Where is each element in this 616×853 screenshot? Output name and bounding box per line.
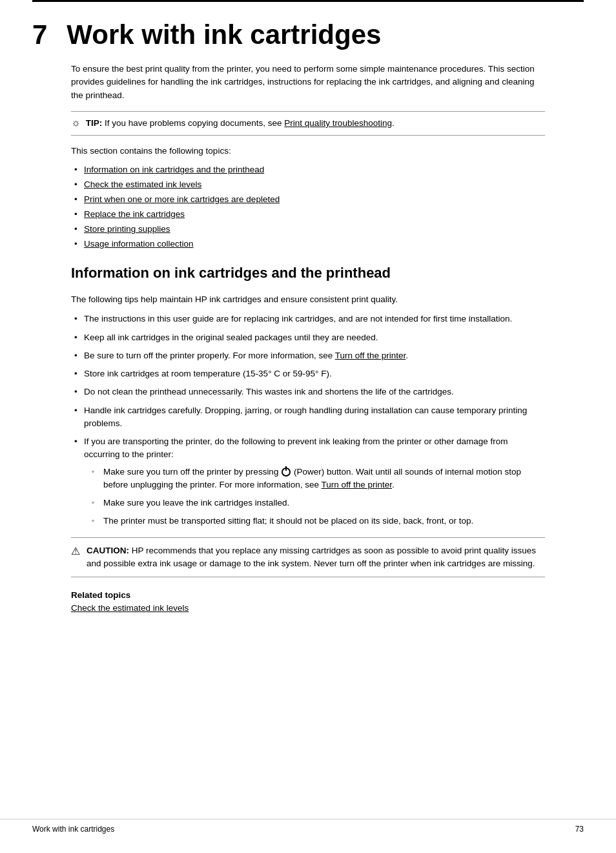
list-item: Information on ink cartridges and the pr…: [84, 163, 545, 178]
footer-page-number: 73: [575, 825, 584, 834]
section-1-title: Information on ink cartridges and the pr…: [71, 265, 545, 284]
list-item: Check the estimated ink levels: [84, 178, 545, 192]
related-topic-link-1[interactable]: Check the estimated ink levels: [71, 603, 189, 613]
chapter-title-text: Work with ink cartridges: [67, 19, 381, 50]
chapter-title: 7Work with ink cartridges: [32, 20, 584, 50]
sub-bullet-1: Make sure you turn off the printer by pr…: [103, 467, 521, 489]
sub-bullet-3: The printer must be transported sitting …: [103, 516, 473, 526]
list-item: Store printing supplies: [84, 222, 545, 237]
list-item: Print when one or more ink cartridges ar…: [84, 192, 545, 207]
list-item: Make sure you turn off the printer by pr…: [103, 466, 545, 492]
caution-label: CAUTION:: [87, 546, 129, 555]
bullet-text-6: Handle ink cartridges carefully. Droppin…: [84, 406, 527, 428]
list-item: The printer must be transported sitting …: [103, 515, 545, 528]
turn-off-link-1[interactable]: Turn off the printer: [335, 351, 406, 360]
intro-text: To ensure the best print quality from th…: [71, 63, 545, 102]
section-1-body: The following tips help maintain HP ink …: [71, 293, 545, 306]
tip-body: If you have problems copying documents, …: [105, 118, 284, 128]
list-item: Keep all ink cartridges in the original …: [84, 331, 545, 344]
related-topics: Related topics Check the estimated ink l…: [71, 590, 545, 613]
section-1: Information on ink cartridges and the pr…: [71, 265, 545, 613]
tip-link[interactable]: Print quality troubleshooting: [284, 118, 392, 128]
turn-off-link-2[interactable]: Turn off the printer: [321, 480, 392, 489]
tip-text: TIP: If you have problems copying docume…: [86, 117, 395, 130]
tip-end: .: [392, 118, 395, 128]
page: 7Work with ink cartridges To ensure the …: [0, 0, 616, 853]
topic-link-5[interactable]: Store printing supplies: [84, 224, 170, 234]
bullet-text-5: Do not clean the printhead unnecessarily…: [84, 387, 454, 396]
list-item: Make sure you leave the ink cartridges i…: [103, 497, 545, 509]
section-1-bullets: The instructions in this user guide are …: [84, 313, 545, 528]
bullet-text-3: Be sure to turn off the printer properly…: [84, 351, 408, 360]
power-icon: [282, 468, 291, 477]
related-topics-title: Related topics: [71, 590, 545, 600]
footer-left-text: Work with ink cartridges: [32, 825, 114, 834]
list-item: Replace the ink cartridges: [84, 207, 545, 222]
tip-sun-icon: ☼: [71, 117, 81, 128]
chapter-number: 7: [32, 19, 47, 50]
topic-list: Information on ink cartridges and the pr…: [84, 163, 545, 252]
bullet-text-4: Store ink cartridges at room temperature…: [84, 369, 332, 378]
bullet-text-2: Keep all ink cartridges in the original …: [84, 333, 378, 342]
topic-link-6[interactable]: Usage information collection: [84, 239, 194, 249]
list-item: Be sure to turn off the printer properly…: [84, 349, 545, 362]
caution-triangle-icon: ⚠: [71, 545, 80, 557]
list-item: Do not clean the printhead unnecessarily…: [84, 385, 545, 398]
caution-box: ⚠ CAUTION: HP recommends that you replac…: [71, 537, 545, 578]
bullet-text-1: The instructions in this user guide are …: [84, 314, 512, 324]
bullet-text-7: If you are transporting the printer, do …: [84, 437, 508, 459]
list-item: Usage information collection: [84, 237, 545, 252]
sub-bullet-list: Make sure you turn off the printer by pr…: [103, 466, 545, 528]
sub-bullet-2: Make sure you leave the ink cartridges i…: [103, 498, 289, 508]
tip-box: ☼ TIP: If you have problems copying docu…: [71, 111, 545, 136]
footer: Work with ink cartridges 73: [0, 819, 616, 834]
tip-label: TIP:: [86, 118, 103, 128]
caution-body: HP recommends that you replace any missi…: [87, 546, 536, 568]
topics-intro: This section contains the following topi…: [71, 145, 545, 158]
content-area: To ensure the best print quality from th…: [0, 56, 616, 626]
list-item: The instructions in this user guide are …: [84, 313, 545, 325]
list-item: Handle ink cartridges carefully. Droppin…: [84, 404, 545, 431]
list-item: If you are transporting the printer, do …: [84, 435, 545, 528]
topic-link-3[interactable]: Print when one or more ink cartridges ar…: [84, 194, 280, 204]
topic-link-1[interactable]: Information on ink cartridges and the pr…: [84, 165, 264, 174]
topic-link-4[interactable]: Replace the ink cartridges: [84, 209, 185, 219]
chapter-header: 7Work with ink cartridges: [0, 2, 616, 56]
list-item: Store ink cartridges at room temperature…: [84, 367, 545, 380]
topic-link-2[interactable]: Check the estimated ink levels: [84, 180, 201, 189]
caution-text: CAUTION: HP recommends that you replace …: [87, 544, 545, 571]
